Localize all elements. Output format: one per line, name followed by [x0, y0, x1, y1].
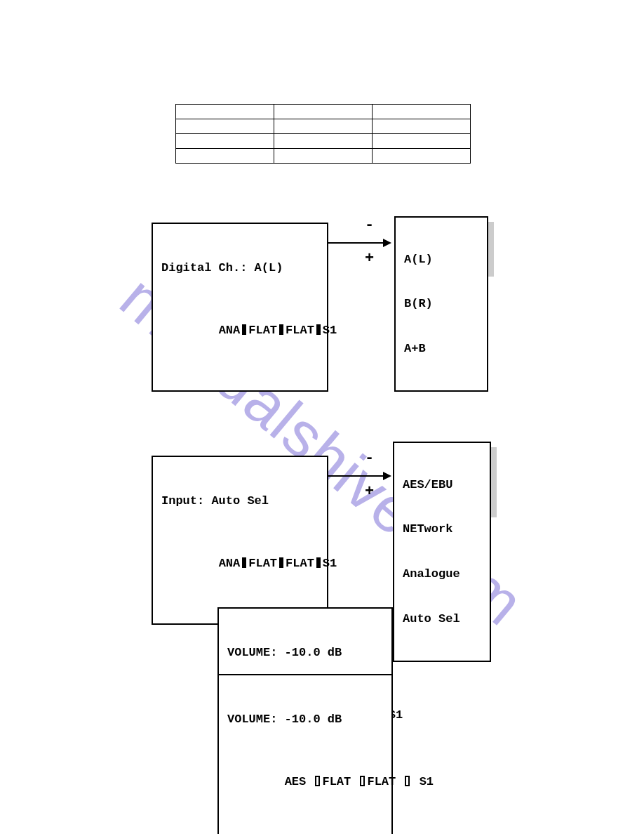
minus-sign: -	[365, 218, 374, 233]
plus-sign: +	[365, 251, 374, 267]
option-item: AES/EBU	[403, 477, 483, 492]
arrow-icon	[328, 469, 393, 483]
minus-sign: -	[365, 451, 374, 466]
lcd-status-line: AES FLAT FLAT S1	[227, 758, 384, 805]
option-item: Analogue	[403, 567, 483, 581]
option-item: NETwork	[403, 522, 483, 536]
lcd-line1: Input: Auto Sel	[161, 494, 320, 509]
lcd-box-volume-hollow: VOLUME: -10.0 dB AES FLAT FLAT S1	[217, 674, 393, 834]
svg-marker-1	[383, 239, 391, 247]
lcd-status-line: ANAFLATFLATS1	[161, 307, 320, 353]
option-item: A(L)	[404, 252, 480, 267]
lcd-box-digital-ch: Digital Ch.: A(L) ANAFLATFLATS1	[152, 223, 328, 392]
plus-sign: +	[365, 484, 374, 500]
lcd-line1: Digital Ch.: A(L)	[161, 260, 320, 276]
lcd-line1: VOLUME: -10.0 dB	[227, 645, 384, 661]
options-box-digital-ch: A(L) B(R) A+B	[394, 216, 488, 392]
arrow-icon	[328, 236, 393, 250]
options-box-input: AES/EBU NETwork Analogue Auto Sel	[393, 442, 491, 662]
option-item: B(R)	[404, 296, 480, 311]
option-item: A+B	[404, 341, 480, 356]
empty-table	[175, 104, 471, 164]
svg-marker-3	[383, 472, 391, 480]
option-item: Auto Sel	[403, 611, 483, 626]
lcd-line1: VOLUME: -10.0 dB	[227, 712, 384, 727]
lcd-box-input: Input: Auto Sel ANAFLATFLATS1	[152, 456, 328, 625]
lcd-status-line: ANAFLATFLATS1	[161, 540, 320, 586]
